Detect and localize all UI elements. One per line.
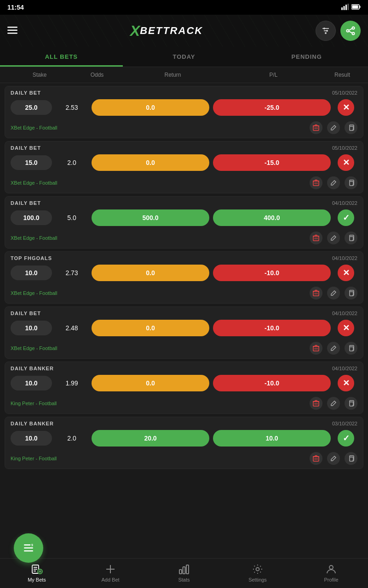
- bet-pl: -10.0: [213, 375, 331, 391]
- bet-copy-button[interactable]: [345, 452, 357, 465]
- svg-point-13: [323, 28, 325, 29]
- svg-rect-9: [7, 33, 17, 34]
- bet-pl: -15.0: [213, 154, 331, 171]
- logo: X BETTRACK: [130, 23, 203, 40]
- share-button[interactable]: [340, 21, 361, 41]
- bet-type: DAILY BET: [11, 311, 41, 316]
- bet-date: 03/10/2022: [332, 421, 357, 426]
- result-win-icon: ✓: [338, 430, 354, 447]
- bet-delete-button[interactable]: [310, 176, 322, 189]
- tab-today[interactable]: TODAY: [123, 47, 246, 67]
- bet-actions: [310, 121, 357, 134]
- nav-add-bet-label: Add Bet: [101, 577, 119, 582]
- bet-type: DAILY BANKER: [11, 421, 54, 426]
- bottom-nav: My Bets Add Bet Stats Settings Profile: [0, 558, 368, 588]
- svg-point-18: [352, 33, 355, 35]
- bets-list: DAILY BET 05/10/2022 25.0 2.53 0.0 -25.0…: [0, 83, 368, 529]
- bet-footer: XBet Edge - Football: [5, 175, 363, 193]
- bet-type: DAILY BET: [11, 200, 41, 206]
- bet-footer: XBet Edge - Football: [5, 340, 363, 358]
- bet-pl: -10.0: [213, 320, 331, 336]
- svg-rect-0: [341, 7, 343, 10]
- tab-all-bets[interactable]: ALL BETS: [0, 47, 123, 67]
- bet-footer: XBet Edge - Football: [5, 285, 363, 303]
- bet-return: 0.0: [92, 375, 209, 391]
- bet-delete-button[interactable]: [310, 232, 322, 244]
- nav-profile[interactable]: Profile: [313, 563, 350, 582]
- bet-return: 0.0: [92, 154, 209, 171]
- bet-header: DAILY BET 05/10/2022: [5, 86, 363, 97]
- bet-footer: XBet Edge - Football: [5, 230, 363, 248]
- bet-copy-button[interactable]: [345, 121, 357, 134]
- bet-return: 500.0: [92, 209, 209, 226]
- bet-odds: 1.99: [56, 379, 88, 387]
- col-return: Return: [122, 72, 223, 78]
- result-loss-icon: ✕: [338, 99, 354, 116]
- svg-rect-5: [360, 6, 361, 8]
- result-win-icon: ✓: [338, 209, 354, 226]
- bet-copy-button[interactable]: [345, 397, 357, 410]
- nav-stats-label: Stats: [178, 577, 190, 582]
- bet-delete-button[interactable]: [310, 397, 322, 410]
- bet-actions: [310, 342, 357, 355]
- bet-row: 100.0 5.0 500.0 400.0 ✓: [5, 208, 363, 230]
- bet-edit-button[interactable]: [327, 452, 340, 465]
- bet-edit-button[interactable]: [327, 121, 340, 134]
- bet-delete-button[interactable]: [310, 287, 322, 300]
- bet-edit-button[interactable]: [327, 342, 340, 355]
- bet-result: ✕: [334, 375, 357, 391]
- svg-rect-57: [24, 548, 33, 549]
- bet-copy-button[interactable]: [345, 342, 357, 355]
- bet-return: 0.0: [92, 99, 209, 116]
- col-pl: P/L: [223, 72, 324, 78]
- bet-pl: -25.0: [213, 99, 331, 116]
- fab-button[interactable]: 9: [14, 533, 43, 563]
- nav-my-bets[interactable]: My Bets: [18, 563, 55, 582]
- bet-odds: 5.0: [56, 214, 88, 221]
- bet-return: 0.0: [92, 320, 209, 336]
- bet-delete-button[interactable]: [310, 121, 322, 134]
- status-bar: 11:54: [0, 0, 368, 15]
- svg-rect-72: [186, 565, 189, 574]
- bet-edit-button[interactable]: [327, 232, 340, 244]
- menu-button[interactable]: [7, 25, 17, 37]
- bet-odds: 2.73: [56, 269, 88, 277]
- bet-card-4: TOP FHGOALS 04/10/2022 10.0 2.73 0.0 -10…: [5, 251, 363, 304]
- svg-text:9: 9: [31, 543, 33, 547]
- svg-line-19: [349, 31, 352, 33]
- bet-copy-button[interactable]: [345, 232, 357, 244]
- nav-settings-label: Settings: [248, 577, 267, 582]
- bet-delete-button[interactable]: [310, 342, 322, 355]
- result-loss-icon: ✕: [338, 265, 354, 281]
- bet-edit-button[interactable]: [327, 176, 340, 189]
- bet-card-2: DAILY BET 05/10/2022 15.0 2.0 0.0 -15.0 …: [5, 141, 363, 193]
- bet-copy-button[interactable]: [345, 287, 357, 300]
- svg-point-16: [352, 27, 355, 29]
- bet-copy-button[interactable]: [345, 176, 357, 189]
- col-result: Result: [324, 72, 361, 78]
- header-actions: [316, 21, 361, 41]
- filter-button[interactable]: [316, 21, 336, 41]
- bet-delete-button[interactable]: [310, 452, 322, 465]
- bet-row: 10.0 2.73 0.0 -10.0 ✕: [5, 263, 363, 285]
- svg-rect-1: [344, 6, 345, 10]
- bet-row: 10.0 2.48 0.0 -10.0 ✕: [5, 318, 363, 340]
- svg-rect-71: [183, 567, 185, 574]
- bet-card-6: DAILY BANKER 04/10/2022 10.0 1.99 0.0 -1…: [5, 362, 363, 414]
- column-headers: Stake Odds Return P/L Result: [0, 67, 368, 83]
- nav-stats[interactable]: Stats: [166, 563, 202, 582]
- bet-pl: 400.0: [213, 209, 331, 226]
- bet-pl: -10.0: [213, 265, 331, 281]
- svg-rect-6: [352, 5, 358, 8]
- col-odds: Odds: [72, 72, 122, 78]
- bet-edit-button[interactable]: [327, 287, 340, 300]
- nav-add-bet[interactable]: Add Bet: [92, 563, 129, 582]
- bet-edit-button[interactable]: [327, 397, 340, 410]
- bet-card-3: DAILY BET 04/10/2022 100.0 5.0 500.0 400…: [5, 196, 363, 249]
- bet-header: DAILY BET 04/10/2022: [5, 307, 363, 318]
- tab-pending[interactable]: PENDING: [245, 47, 368, 67]
- result-loss-icon: ✕: [338, 320, 354, 336]
- nav-settings[interactable]: Settings: [239, 563, 276, 582]
- status-time: 11:54: [7, 4, 24, 11]
- bet-result: ✓: [334, 430, 357, 447]
